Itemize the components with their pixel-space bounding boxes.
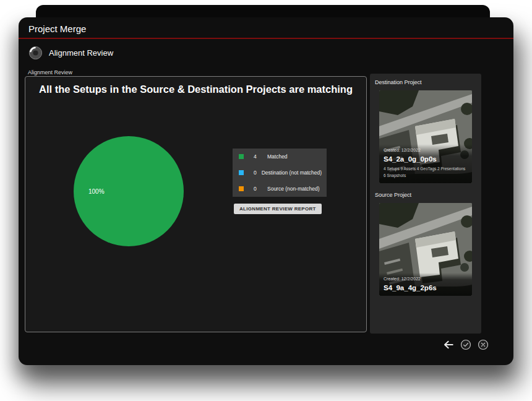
legend-value: 4 (254, 153, 262, 160)
legend-label: Source (non-matched) (267, 186, 320, 192)
legend-item-destination-not-matched: 0 Destination (not matched) (233, 165, 327, 181)
project-merge-window: Project Merge Alignment Review Alignment… (19, 17, 513, 365)
alignment-review-report-button[interactable]: ALIGNMENT REVIEW REPORT (234, 204, 322, 214)
alignment-review-panel: All the Setups in the Source & Destinati… (25, 76, 367, 332)
destination-color-swatch (239, 170, 244, 175)
destination-project-card: Created: 12/2/2022 S4_2a_0g_0p0s 4 Setup… (379, 90, 472, 183)
window-title: Project Merge (28, 24, 86, 34)
legend-item-source-non-matched: 0 Source (non-matched) (233, 181, 327, 197)
section-title: Alignment Review (49, 48, 113, 58)
legend-value: 0 (254, 186, 262, 192)
matched-color-swatch (239, 154, 244, 159)
cancel-x-icon[interactable] (478, 339, 489, 350)
source-created-date: Created: 12/2/2022 (384, 277, 468, 281)
chart-legend: 4 Matched 0 Destination (not matched) 0 … (233, 149, 327, 197)
source-color-swatch (239, 186, 244, 191)
legend-label: Matched (267, 153, 288, 160)
title-divider (19, 38, 513, 39)
destination-created-date: Created: 12/2/2022 (384, 148, 468, 152)
back-arrow-icon[interactable] (443, 339, 454, 350)
destination-project-info: Created: 12/2/2022 S4_2a_0g_0p0s 4 Setup… (379, 144, 472, 183)
matching-heading: All the Setups in the Source & Destinati… (25, 84, 366, 95)
source-project-label: Source Project (375, 192, 476, 198)
source-project-info: Created: 12/2/2022 S4_9a_4g_2p6s (379, 273, 472, 296)
confirm-check-icon[interactable] (460, 339, 471, 350)
legend-item-matched: 4 Matched (233, 149, 327, 165)
destination-project-label: Destination Project (375, 79, 476, 85)
pie-chart: 100% (74, 136, 184, 246)
source-project-name: S4_9a_4g_2p6s (384, 284, 468, 291)
destination-project-name: S4_2a_0g_0p0s (384, 155, 468, 163)
pie-percent-label: 100% (88, 188, 105, 195)
section-header: Alignment Review (28, 46, 113, 60)
panel-label: Alignment Review (28, 69, 72, 75)
legend-label: Destination (not matched) (262, 170, 322, 176)
projects-sidebar: Destination Project (370, 74, 481, 334)
legend-value: 0 (254, 170, 257, 176)
destination-project-details: 4 Setups 9 Assets 4 GeoTags 2 Presentati… (384, 166, 468, 179)
alignment-review-lens-icon (28, 46, 43, 60)
footer-actions (443, 339, 489, 350)
page-background: Project Merge Alignment Review Alignment… (0, 0, 532, 401)
source-project-card: Created: 12/2/2022 S4_9a_4g_2p6s (379, 203, 472, 296)
